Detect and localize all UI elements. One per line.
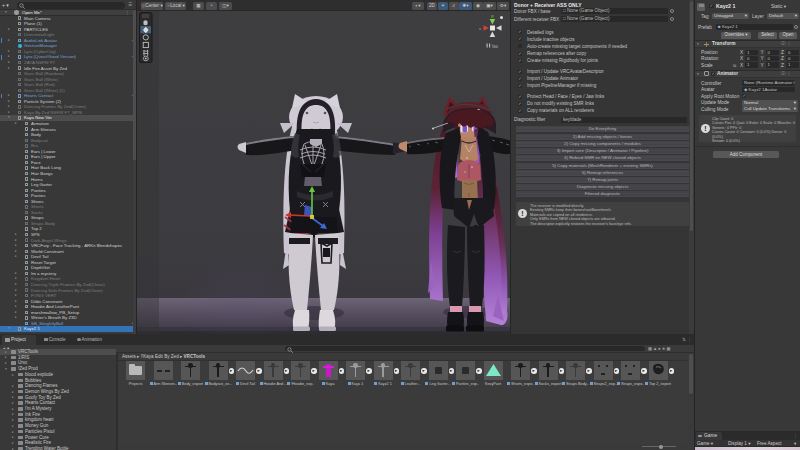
svg-text:x: x (479, 26, 481, 31)
svg-text:Iso: Iso (492, 44, 499, 49)
